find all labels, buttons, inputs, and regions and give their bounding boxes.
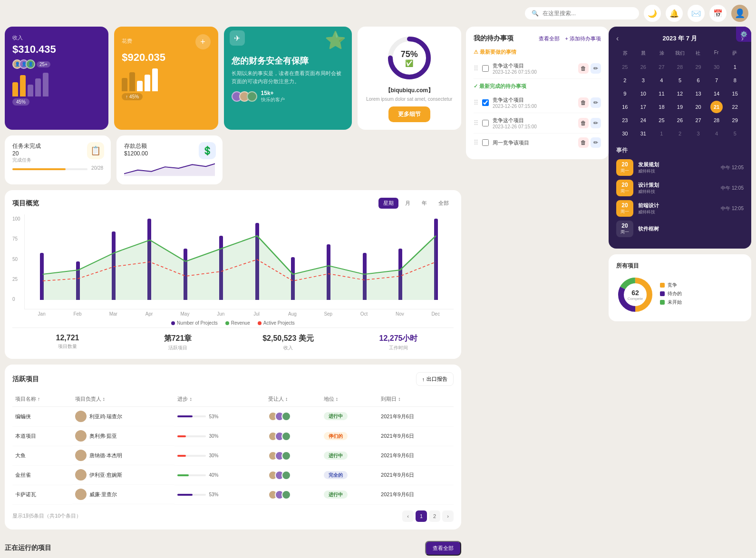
status-badge: 停们的 [324,432,348,440]
event-dow: 周一 [619,168,630,174]
add-expense-button[interactable]: + [195,34,211,49]
status-badge: 完全的 [324,471,348,479]
bars-container [24,214,454,309]
calendar-day[interactable]: 3 [637,74,649,87]
todo-text-3: 竞争这个项目 [493,117,574,124]
prev-page-button[interactable]: ‹ [402,510,414,522]
prev-month-button[interactable]: ‹ [616,34,619,43]
calendar-day[interactable]: 18 [655,101,668,113]
chart-tab-week[interactable]: 星期 [378,198,398,209]
edit-button-2[interactable]: ✏ [591,97,601,108]
calendar-day[interactable]: 8 [729,74,741,87]
calendar-button[interactable]: 📅 [709,5,727,22]
calendar-day[interactable]: 26 [637,61,649,73]
calendar-day[interactable]: 11 [655,87,668,100]
calendar-day[interactable]: 21 [710,101,723,113]
star-icon: ⭐ [325,30,346,50]
delete-button-3[interactable]: 🗑 [578,118,589,128]
calendar-day[interactable]: 28 [710,114,723,126]
delete-button-2[interactable]: 🗑 [578,97,589,108]
event-dow: 周一 [619,229,630,235]
mail-button[interactable]: ✉️ [688,5,705,22]
calendar-day[interactable]: 5 [729,127,741,140]
calendar-day[interactable]: 4 [655,74,668,87]
calendar-day[interactable]: 30 [619,127,631,140]
todo-checkbox-4[interactable] [482,139,489,146]
calendar-day[interactable]: 14 [710,87,723,100]
search-box[interactable]: 🔍 [525,7,639,19]
calendar-day[interactable]: 31 [637,127,649,140]
calendar-day[interactable]: 15 [729,87,741,100]
calendar-day[interactable]: 16 [619,101,631,113]
manager-avatar [75,489,87,500]
calendar-day[interactable]: 1 [729,61,741,73]
delete-button-4[interactable]: 🗑 [578,137,589,148]
calendar-day[interactable]: 30 [710,61,723,73]
todo-view-all[interactable]: 查看全部 [539,35,560,42]
notification-button[interactable]: 🔔 [666,5,683,22]
calendar-day[interactable]: 28 [674,61,686,73]
edit-button-3[interactable]: ✏ [591,118,601,128]
calendar-day[interactable]: 29 [692,61,705,73]
more-detail-button[interactable]: 更多细节 [388,106,430,122]
middle-column: 我的待办事项 查看全部 + 添加待办事项 ⚠ 最新要做的事情 ⠿ 竞争这个项目 … [466,27,609,558]
calendar-day[interactable]: 27 [692,114,705,126]
calendar-day[interactable]: 23 [619,114,631,126]
theme-toggle-button[interactable]: 🌙 [644,5,661,22]
drag-icon-4: ⠿ [474,139,478,146]
calendar-day[interactable]: 19 [674,101,686,113]
calendar-day[interactable]: 12 [674,87,686,100]
calendar-day[interactable]: 9 [619,87,631,100]
search-input[interactable] [543,10,632,17]
calendar-day[interactable]: 10 [637,87,649,100]
chart-title: 项目概览 [12,199,39,208]
next-month-button[interactable]: › [741,34,744,43]
calendar-day[interactable]: 17 [637,101,649,113]
calendar-day[interactable]: 3 [692,127,705,140]
calendar-day[interactable]: 29 [729,114,741,126]
todo-add[interactable]: + 添加待办事项 [565,35,601,42]
todo-checkbox-3[interactable] [482,120,489,126]
next-page-button[interactable]: › [442,510,454,522]
todo-checkbox-1[interactable] [482,65,489,72]
edit-button-4[interactable]: ✏ [591,137,601,148]
banner-card: ⭐ ✈ 您的财务安全有保障 长期以来的事实是，读者在查看页面布局时会被页面的可读… [224,27,352,130]
calendar-day[interactable]: 2 [619,74,631,87]
donut-legend: 竞争 待办的 未开始 [660,282,682,308]
calendar-day[interactable]: 20 [692,101,705,113]
todo-checkbox-2[interactable] [482,99,489,106]
calendar-day[interactable]: 4 [710,127,723,140]
calendar-day[interactable]: 24 [637,114,649,126]
edit-button-1[interactable]: ✏ [591,63,601,74]
calendar-settings-button[interactable]: ⚙️ [736,27,751,42]
calendar-day[interactable]: 25 [655,114,668,126]
calendar-day[interactable]: 22 [729,101,741,113]
calendar-day[interactable]: 1 [655,127,668,140]
calendar-day[interactable]: 26 [674,114,686,126]
check-icon: ✅ [401,59,418,67]
col-progress: 进步 ↕ [174,392,265,407]
calendar-day[interactable]: 6 [692,74,705,87]
chart-tab-all[interactable]: 全部 [434,198,454,209]
page-1-button[interactable]: 1 [416,510,427,522]
export-button[interactable]: ↑ 出口报告 [416,372,454,386]
page-2-button[interactable]: 2 [429,510,440,522]
calendar-day[interactable]: 2 [674,127,686,140]
user-avatar[interactable]: 👤 [731,5,748,22]
calendar-day[interactable]: 7 [710,74,723,87]
event-item: 20 周一 设计策划 威特科技 中午 12:05 [616,180,744,196]
calendar-day[interactable]: 27 [655,61,668,73]
calendar-day[interactable]: 5 [674,74,686,87]
chart-tab-month[interactable]: 月 [400,198,415,209]
view-all-button[interactable]: 查看全部 [425,541,461,556]
y-axis: 100 75 50 25 0 [12,214,24,309]
chart-tab-year[interactable]: 年 [417,198,432,209]
delete-button-1[interactable]: 🗑 [578,63,589,74]
calendar-day[interactable]: 13 [692,87,705,100]
todo-item: ⠿ 竞争这个项目 2023-12-26 07:15:00 🗑 ✏ [474,58,601,79]
banner-content: 您的财务安全有保障 长期以来的事实是，读者在查看页面布局时会被页面的可读内容分散… [232,55,344,103]
calendar-day[interactable]: 25 [619,61,631,73]
expense-amount: $920.035 [122,51,210,64]
search-icon: 🔍 [532,10,539,17]
manager-avatar [75,469,87,481]
